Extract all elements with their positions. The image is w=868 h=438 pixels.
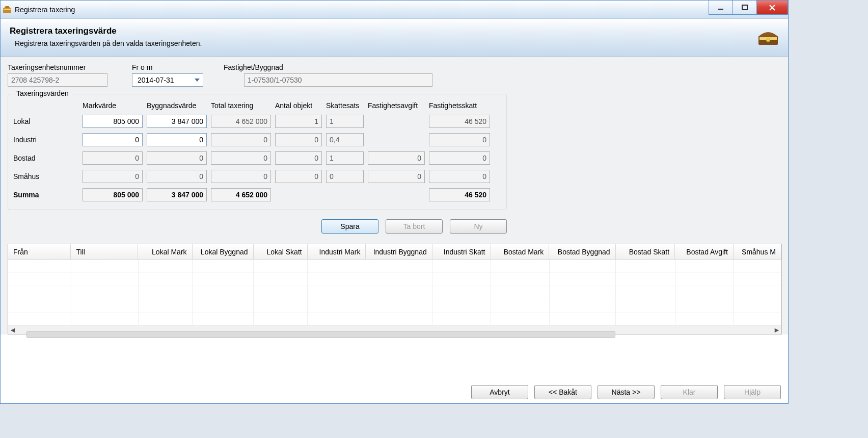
tax-unit-label: Taxeringsenhetsnummer bbox=[8, 63, 132, 71]
from-date-label: Fr o m bbox=[132, 63, 203, 71]
scroll-thumb[interactable] bbox=[26, 331, 615, 338]
col-bostad-avgift[interactable]: Bostad Avgift bbox=[675, 244, 734, 259]
from-date-dropdown[interactable]: 2014-07-31 bbox=[132, 73, 203, 87]
row-summa-label: Summa bbox=[13, 191, 78, 199]
bostad-skatt bbox=[429, 151, 490, 165]
smahus-antal bbox=[275, 170, 322, 183]
col-lokal-skatt[interactable]: Lokal Skatt bbox=[254, 244, 308, 259]
table-body[interactable] bbox=[8, 260, 781, 325]
window: Registrera taxering Registrera taxerings… bbox=[0, 0, 789, 404]
col-smahus-m[interactable]: Småhus M bbox=[734, 244, 781, 259]
svg-point-6 bbox=[766, 38, 770, 42]
property-field: Fastighet/Byggnad bbox=[224, 63, 432, 87]
col-markvarde: Markvärde bbox=[83, 101, 143, 110]
row-smahus-label: Småhus bbox=[13, 172, 78, 181]
row-industri: Industri bbox=[13, 133, 501, 146]
svg-rect-1 bbox=[4, 9, 11, 10]
lokal-total bbox=[211, 115, 271, 128]
lokal-mark-input[interactable] bbox=[83, 115, 143, 128]
history-table: Från Till Lokal Mark Lokal Byggnad Lokal… bbox=[8, 244, 782, 334]
page-subtitle: Registrera taxeringsvärden på den valda … bbox=[15, 39, 779, 47]
bostad-sats bbox=[326, 151, 364, 165]
wizard-footer: Avbryt << Bakåt Nästa >> Klar Hjälp bbox=[471, 385, 781, 399]
cancel-button[interactable]: Avbryt bbox=[471, 385, 528, 399]
minimize-button[interactable] bbox=[709, 1, 733, 15]
header-band: Registrera taxeringsvärde Registrera tax… bbox=[1, 19, 788, 57]
next-button[interactable]: Nästa >> bbox=[598, 385, 655, 399]
svg-rect-3 bbox=[742, 5, 747, 10]
col-fastighetsavgift: Fastighetsavgift bbox=[368, 101, 425, 110]
industri-antal bbox=[275, 133, 322, 146]
scroll-left-icon[interactable]: ◄ bbox=[8, 325, 17, 334]
col-bostad-byggnad[interactable]: Bostad Byggnad bbox=[549, 244, 615, 259]
lokal-sats bbox=[326, 115, 364, 128]
smahus-avgift bbox=[368, 170, 425, 183]
property-input bbox=[244, 73, 432, 87]
smahus-mark bbox=[83, 170, 143, 183]
smahus-sats bbox=[326, 170, 364, 183]
col-antal: Antal objekt bbox=[275, 101, 322, 110]
app-icon bbox=[3, 5, 12, 14]
col-bostad-mark[interactable]: Bostad Mark bbox=[491, 244, 550, 259]
col-industri-byggnad[interactable]: Industri Byggnad bbox=[366, 244, 432, 259]
col-lokal-mark[interactable]: Lokal Mark bbox=[138, 244, 192, 259]
close-button[interactable] bbox=[756, 1, 788, 15]
row-bostad-label: Bostad bbox=[13, 154, 78, 162]
smahus-total bbox=[211, 170, 271, 183]
save-button[interactable]: Spara bbox=[321, 219, 378, 234]
col-bostad-skatt[interactable]: Bostad Skatt bbox=[616, 244, 675, 259]
industri-mark-input[interactable] bbox=[83, 133, 143, 146]
bostad-total bbox=[211, 151, 271, 165]
horizontal-scrollbar[interactable]: ◄ ► bbox=[8, 325, 781, 334]
titlebar: Registrera taxering bbox=[1, 1, 788, 19]
group-headers: Markvärde Byggnadsvärde Total taxering A… bbox=[13, 101, 501, 110]
svg-rect-2 bbox=[718, 9, 723, 10]
summa-mark bbox=[83, 188, 143, 201]
window-title: Registrera taxering bbox=[15, 6, 75, 14]
industri-total bbox=[211, 133, 271, 146]
from-date-value: 2014-07-31 bbox=[135, 76, 174, 84]
industri-skatt bbox=[429, 133, 490, 146]
new-button[interactable]: Ny bbox=[450, 219, 507, 234]
col-fran[interactable]: Från bbox=[8, 244, 71, 259]
from-date-field: Fr o m 2014-07-31 bbox=[132, 63, 203, 87]
lokal-byggnad-input[interactable] bbox=[147, 115, 207, 128]
page-title: Registrera taxeringsvärde bbox=[10, 26, 779, 36]
content: Taxeringsenhetsnummer Fr o m 2014-07-31 … bbox=[1, 57, 788, 334]
smahus-byggnad bbox=[147, 170, 207, 183]
help-button[interactable]: Hjälp bbox=[724, 385, 781, 399]
tax-unit-input bbox=[8, 73, 107, 87]
smahus-skatt bbox=[429, 170, 490, 183]
lokal-skatt bbox=[429, 115, 490, 128]
action-buttons: Spara Ta bort Ny bbox=[8, 219, 507, 234]
chevron-down-icon bbox=[192, 74, 203, 86]
back-button[interactable]: << Bakåt bbox=[534, 385, 591, 399]
group-legend: Taxeringsvärden bbox=[13, 89, 72, 97]
col-till[interactable]: Till bbox=[71, 244, 138, 259]
maximize-button[interactable] bbox=[733, 1, 757, 15]
col-lokal-byggnad[interactable]: Lokal Byggnad bbox=[193, 244, 254, 259]
industri-byggnad-input[interactable] bbox=[147, 133, 207, 146]
treasure-chest-icon bbox=[757, 30, 779, 46]
scroll-right-icon[interactable]: ► bbox=[772, 325, 781, 334]
top-fields: Taxeringsenhetsnummer Fr o m 2014-07-31 … bbox=[8, 63, 781, 87]
summa-total bbox=[211, 188, 271, 201]
lokal-antal bbox=[275, 115, 322, 128]
table-header: Från Till Lokal Mark Lokal Byggnad Lokal… bbox=[8, 244, 781, 260]
done-button[interactable]: Klar bbox=[661, 385, 718, 399]
industri-sats bbox=[326, 133, 364, 146]
row-smahus: Småhus bbox=[13, 170, 501, 183]
delete-button[interactable]: Ta bort bbox=[386, 219, 443, 234]
col-industri-mark[interactable]: Industri Mark bbox=[308, 244, 366, 259]
col-skattesats: Skattesats bbox=[326, 101, 364, 110]
bostad-antal bbox=[275, 151, 322, 165]
col-industri-skatt[interactable]: Industri Skatt bbox=[432, 244, 491, 259]
col-total: Total taxering bbox=[211, 101, 271, 110]
row-summa: Summa bbox=[13, 188, 501, 201]
row-lokal-label: Lokal bbox=[13, 117, 78, 125]
summa-skatt bbox=[429, 188, 490, 201]
property-label: Fastighet/Byggnad bbox=[224, 63, 432, 71]
tax-unit-field: Taxeringsenhetsnummer bbox=[8, 63, 132, 87]
summa-byggnad bbox=[147, 188, 207, 201]
col-fastighetsskatt: Fastighetsskatt bbox=[429, 101, 490, 110]
